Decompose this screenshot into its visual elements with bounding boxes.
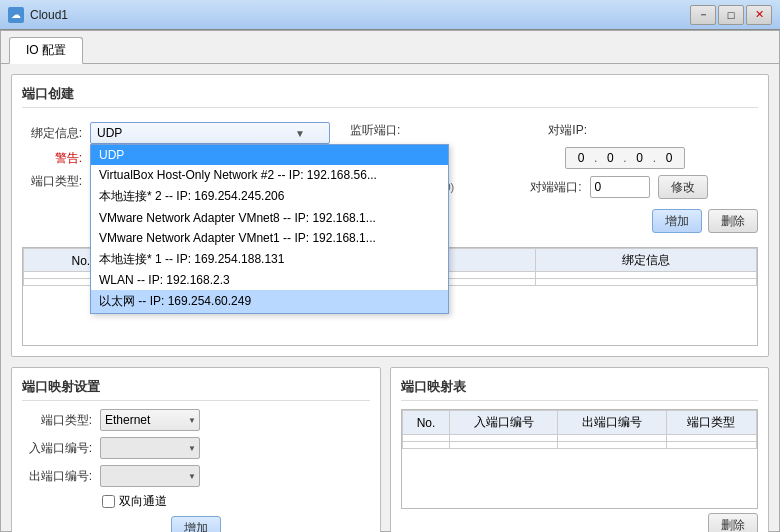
mt-col-type: 端口类型	[666, 411, 756, 435]
close-button[interactable]: ✕	[746, 5, 772, 25]
peer-ip-seg-3[interactable]	[629, 151, 651, 165]
main-window: IO 配置 端口创建 绑定信息: UDP ▼	[0, 30, 780, 532]
mapping-delete-btn-row: 删除	[401, 513, 758, 532]
mapping-delete-button[interactable]: 删除	[708, 513, 758, 532]
peer-ip-seg-2[interactable]	[599, 151, 621, 165]
ip-dot-3: .	[653, 151, 656, 165]
mt-col-out: 出端口编号	[558, 411, 666, 435]
col-bind-info: 绑定信息	[536, 249, 757, 272]
out-port-label: 出端口编号:	[22, 468, 92, 485]
port-create-form: 绑定信息: UDP ▼ UDP VirtualBox Host-Only Net…	[22, 122, 330, 233]
dropdown-arrow-icon: ▼	[295, 128, 305, 139]
table-row	[403, 442, 757, 449]
port-create-title: 端口创建	[22, 85, 758, 108]
duplex-label: 双向通道	[119, 493, 167, 510]
app-icon: ☁	[8, 7, 24, 23]
tab-bar: IO 配置	[1, 31, 779, 64]
warning-label: 警告:	[22, 150, 82, 167]
in-port-select[interactable]	[100, 437, 200, 459]
delete-port-button[interactable]: 删除	[708, 209, 758, 233]
listen-port-label: 监听端口:	[350, 122, 400, 139]
bind-dropdown-wrapper: UDP ▼ UDP VirtualBox Host-Only Network #…	[90, 122, 330, 144]
dropdown-item-vmnet8[interactable]: VMware Network Adapter VMnet8 -- IP: 192…	[91, 208, 448, 228]
port-mapping-settings-title: 端口映射设置	[22, 378, 370, 401]
in-port-label: 入端口编号:	[22, 440, 92, 457]
ip-dot-1: .	[594, 151, 597, 165]
minimize-button[interactable]: －	[690, 5, 716, 25]
peer-ip-seg-1[interactable]	[570, 151, 592, 165]
maximize-button[interactable]: □	[718, 5, 744, 25]
duplex-checkbox[interactable]	[102, 495, 115, 508]
port-create-section: 端口创建 绑定信息: UDP ▼ UD	[11, 74, 769, 357]
mapping-add-button[interactable]: 增加	[171, 516, 221, 532]
peer-ip-label: 对端IP:	[548, 122, 587, 139]
duplex-row: 双向通道	[102, 493, 370, 510]
in-port-row: 入端口编号:	[22, 437, 370, 459]
dropdown-item-local1[interactable]: 本地连接* 1 -- IP: 169.254.188.131	[91, 248, 448, 270]
out-port-select[interactable]	[100, 465, 200, 487]
port-mapping-table-title: 端口映射表	[401, 378, 758, 401]
modify-button[interactable]: 修改	[658, 175, 708, 199]
dropdown-item-vmnet1[interactable]: VMware Network Adapter VMnet1 -- IP: 192…	[91, 228, 448, 248]
bind-dropdown-button[interactable]: UDP ▼	[90, 122, 330, 144]
window-title: Cloud1	[30, 8, 68, 22]
bind-info-row: 绑定信息: UDP ▼ UDP VirtualBox Host-Only Net…	[22, 122, 330, 144]
table-row	[403, 435, 757, 442]
bottom-sections: 端口映射设置 端口类型: Ethernet 入端口编号:	[11, 367, 769, 532]
port-type-label: 端口类型:	[22, 173, 82, 190]
mapping-port-type-label: 端口类型:	[22, 412, 92, 429]
bind-selected-value: UDP	[97, 126, 122, 140]
title-bar-buttons: － □ ✕	[690, 5, 772, 25]
mapping-port-type-select[interactable]: Ethernet	[100, 409, 200, 431]
peer-ip-input: . . .	[565, 147, 685, 169]
dropdown-item-vbox[interactable]: VirtualBox Host-Only Network #2 -- IP: 1…	[91, 165, 448, 185]
dropdown-item-local2[interactable]: 本地连接* 2 -- IP: 169.254.245.206	[91, 185, 448, 208]
dropdown-item-udp[interactable]: UDP	[91, 145, 448, 165]
bind-label: 绑定信息:	[22, 125, 82, 142]
out-port-row: 出端口编号:	[22, 465, 370, 487]
dropdown-item-wlan[interactable]: WLAN -- IP: 192.168.2.3	[91, 270, 448, 290]
out-port-wrapper	[100, 465, 200, 487]
dropdown-item-ethernet[interactable]: 以太网 -- IP: 169.254.60.249	[91, 290, 448, 313]
peer-ip-seg-4[interactable]	[658, 151, 680, 165]
ip-dot-2: .	[623, 151, 626, 165]
mt-col-in: 入端口编号	[449, 411, 557, 435]
peer-port-label: 对端端口:	[530, 179, 581, 196]
title-bar-left: ☁ Cloud1	[8, 7, 68, 23]
tab-io-config[interactable]: IO 配置	[9, 37, 83, 64]
port-mapping-settings-section: 端口映射设置 端口类型: Ethernet 入端口编号:	[11, 367, 381, 532]
mapping-table-container: No. 入端口编号 出端口编号 端口类型	[401, 409, 758, 509]
mt-col-no: No.	[403, 411, 450, 435]
add-port-button[interactable]: 增加	[652, 209, 702, 233]
mapping-port-type-wrapper: Ethernet	[100, 409, 200, 431]
peer-port-input[interactable]	[590, 176, 650, 198]
title-bar: ☁ Cloud1 － □ ✕	[0, 0, 780, 30]
mapping-add-btn-row: 增加	[22, 516, 370, 532]
bind-dropdown-menu[interactable]: UDP VirtualBox Host-Only Network #2 -- I…	[90, 144, 449, 314]
port-mapping-table-section: 端口映射表 No. 入端口编号 出端口编号 端口类型	[390, 367, 769, 532]
mapping-port-type-row: 端口类型: Ethernet	[22, 409, 370, 431]
mapping-table: No. 入端口编号 出端口编号 端口类型	[402, 410, 757, 449]
content-area: 端口创建 绑定信息: UDP ▼ UD	[1, 64, 779, 532]
in-port-wrapper	[100, 437, 200, 459]
